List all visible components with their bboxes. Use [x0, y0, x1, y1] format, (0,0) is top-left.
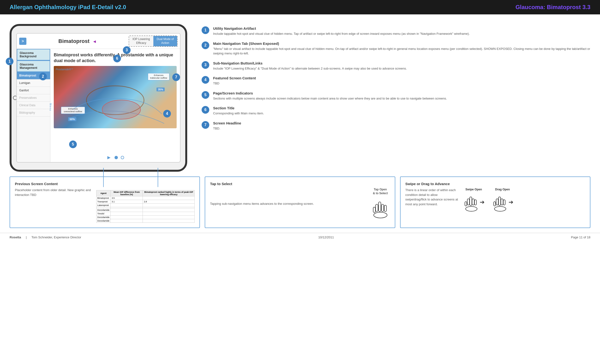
footer-date: 10/12/2011 [318, 236, 334, 239]
previous-screen-title: Previous Screen Content [15, 182, 195, 186]
annotation-item-6: 6 Section Title Corresponding with Main … [202, 106, 591, 116]
table-row: Dorzolamide [96, 208, 195, 212]
table-row: Bimatoprost3.5 [96, 196, 195, 200]
svg-rect-3 [378, 202, 381, 211]
tap-card-content: Tapping sub-navigation menu items advanc… [210, 188, 390, 220]
svg-point-14 [494, 207, 506, 211]
footer-brand: Rosetta [9, 236, 21, 239]
tap-icon-block: Tap Open & to Select [371, 188, 390, 220]
previous-screen-card: Previous Screen Content Placeholder cont… [9, 176, 200, 228]
main-content: 1 > Bimatoprost ◄ IOP Lowering Effica [0, 14, 600, 176]
annotation-badge-7: 7 [202, 121, 209, 129]
footer-separator: | [26, 236, 27, 239]
callout-1: 1 [6, 58, 13, 65]
tap-select-title: Tap to Select [210, 182, 390, 186]
swipe-card-content: There is a linear order of within each c… [405, 188, 585, 212]
previous-screen-table: Agent Mean IOP difference from baseline … [96, 190, 195, 223]
annotation-title-2: Main Navigation Tab (Shown Exposed) [213, 41, 591, 46]
table-header-agent: Agent [96, 190, 111, 196]
menu-item-ganfort[interactable]: Ganfort [17, 87, 50, 94]
swipe-hand-svg [463, 192, 480, 212]
menu-item-glaucoma-management[interactable]: GlaucomaManagement [17, 60, 50, 72]
drag-open-label: Drag Open [492, 188, 513, 191]
sub-nav-btn-1[interactable]: IOP Lowering Efficacy [129, 36, 153, 46]
svg-rect-7 [373, 207, 375, 212]
annotation-text-1: Include tappable hot-spot and visual clu… [213, 31, 470, 36]
annotation-item-3: 3 Sub-Navigation Button/Links Include "I… [202, 61, 591, 71]
tap-hand-icon [371, 197, 390, 219]
annotation-content-3: Sub-Navigation Button/Links Include "IOP… [213, 61, 407, 71]
side-menu: Menu GlaucomaBackground GlaucomaManageme… [17, 49, 50, 163]
ipad-frame: > Bimatoprost ◄ IOP Lowering Efficacy Du… [9, 24, 187, 172]
svg-rect-15 [498, 197, 501, 206]
screen-top-bar: > Bimatoprost ◄ IOP Lowering Efficacy Du… [17, 34, 180, 49]
table-row: Travoprost3.12.8 [96, 200, 195, 204]
annotations-section: 1 Utility Navigation Artifact Include ta… [202, 24, 591, 172]
annotation-title-7: Screen Headline [213, 121, 241, 125]
footer-page: Page 11 of 18 [571, 236, 591, 239]
menu-item-preservatives[interactable]: Preservatives [17, 94, 50, 102]
prev-indicator-arrow[interactable]: ► [106, 155, 112, 161]
indicator-dot-1[interactable] [114, 156, 118, 159]
footer-author: Tom Schneider, Experience Director [31, 236, 81, 239]
svg-rect-16 [496, 199, 498, 205]
svg-rect-13 [465, 202, 467, 206]
annotation-content-7: Screen Headline TBD. [213, 121, 241, 131]
annotation-title-6: Section Title [213, 106, 264, 110]
annotation-title-1: Utility Navigation Artifact [213, 26, 470, 30]
annotation-item-7: 7 Screen Headline TBD. [202, 121, 591, 131]
sub-nav-buttons: IOP Lowering Efficacy Dual Mode of Actio… [129, 36, 178, 47]
annotation-text-4: TBD [213, 81, 256, 86]
header: Allergan Ophthalmology iPad E-Detail v2.… [0, 0, 600, 14]
screen-body: Menu GlaucomaBackground GlaucomaManageme… [17, 49, 180, 163]
callout-6: 6 [113, 55, 121, 62]
callout-2: 2 [39, 73, 47, 80]
annotation-content-2: Main Navigation Tab (Shown Exposed) "Men… [213, 41, 591, 56]
svg-rect-17 [501, 199, 503, 205]
svg-point-2 [374, 212, 387, 218]
indicator-dot-2[interactable] [121, 156, 124, 159]
drag-arrow-icon: ➔ [508, 199, 513, 206]
menu-item-glaucoma-background[interactable]: GlaucomaBackground [17, 49, 50, 60]
annotation-title-5: Page/Screen Indicators [213, 91, 447, 95]
annotation-badge-1: 1 [202, 26, 209, 34]
screen-title: Bimatoprost ◄ [29, 38, 126, 44]
menu-item-bibliography[interactable]: Bibliography [17, 109, 50, 117]
previous-screen-text-block: Placeholder content from older detail. N… [15, 188, 92, 223]
callout-3: 3 [123, 46, 131, 54]
drag-hand-svg [492, 192, 508, 212]
annotation-content-5: Page/Screen Indicators Sections with mul… [213, 91, 447, 101]
table-header-mean: Mean IOP difference from baseline (%) [111, 190, 143, 196]
tap-select-text: Tapping sub-navigation menu items advanc… [210, 201, 366, 206]
connector-line-3 [103, 168, 104, 187]
anatomy-svg [54, 66, 177, 128]
swipe-text-block: There is a linear order of within each c… [405, 188, 458, 207]
nav-arrow-button[interactable]: > [19, 38, 26, 45]
menu-item-clinical-data[interactable]: Clinical Data [17, 102, 50, 109]
table-row: Dorzolamide [96, 219, 195, 223]
swipe-arrow-icon: ➔ [480, 199, 485, 206]
svg-rect-4 [375, 204, 378, 211]
footer-left: Rosetta | Tom Schneider, Experience Dire… [9, 236, 81, 239]
annotation-badge-2: 2 [202, 41, 209, 49]
svg-point-1 [102, 100, 141, 119]
annotation-title-4: Featured Screen Content [213, 76, 256, 80]
menu-item-lumigan[interactable]: Lumigan [17, 79, 50, 87]
connector-line-5 [158, 168, 158, 187]
sub-nav-btn-2[interactable]: Dual Mode of Action [153, 36, 177, 46]
callout-4: 4 [163, 110, 171, 118]
bottom-section: Previous Screen Content Placeholder cont… [0, 176, 600, 233]
annotation-item-1: 1 Utility Navigation Artifact Include ta… [202, 26, 591, 36]
previous-screen-table-block: Agent Mean IOP difference from baseline … [96, 188, 195, 223]
annotation-badge-5: 5 [202, 91, 209, 99]
table-row: Latanoprost [96, 204, 195, 207]
annotation-item-2: 2 Main Navigation Tab (Shown Exposed) "M… [202, 41, 591, 56]
callout-7: 7 [172, 73, 180, 81]
footer: Rosetta | Tom Schneider, Experience Dire… [0, 233, 600, 241]
annotation-text-5: Sections with multiple screens always in… [213, 96, 447, 101]
svg-point-8 [466, 207, 477, 211]
annotation-content-1: Utility Navigation Artifact Include tapp… [213, 26, 470, 36]
swipe-card-title: Swipe or Drag to Advance [405, 182, 585, 186]
svg-rect-9 [470, 197, 472, 206]
annotation-text-2: "Menu" tab or visual artifact to include… [213, 46, 591, 56]
